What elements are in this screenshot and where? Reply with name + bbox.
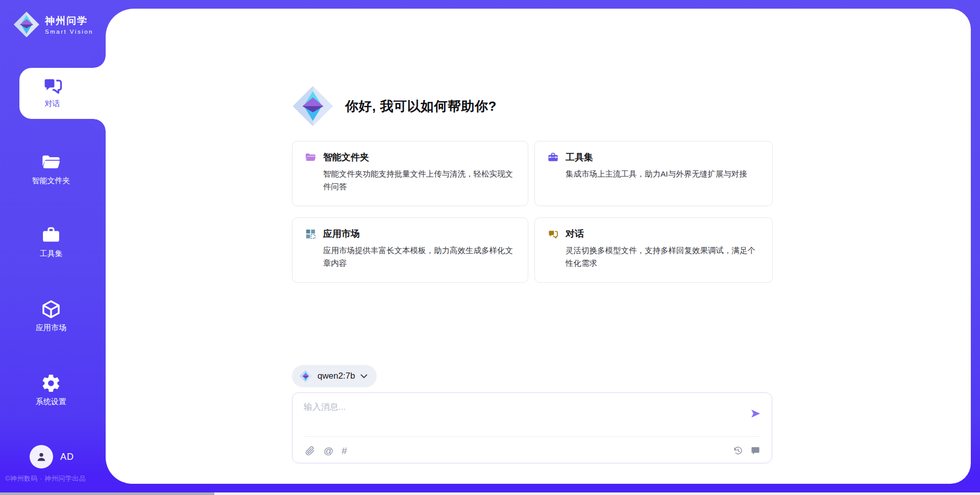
horizontal-scrollbar-thumb[interactable] xyxy=(0,492,214,495)
card-toolset[interactable]: 工具集 集成市场上主流工具，助力AI与外界无缝扩展与对接 xyxy=(534,141,773,206)
active-tab-fillet-top xyxy=(93,56,106,68)
card-title: 工具集 xyxy=(566,151,593,163)
model-selector[interactable]: qwen2:7b xyxy=(292,365,377,387)
message-composer: @ # xyxy=(292,392,772,463)
feature-cards: 智能文件夹 智能文件夹功能支持批量文件上传与清洗，轻松实现文件问答 工具集 集成… xyxy=(292,141,773,283)
horizontal-scrollbar[interactable] xyxy=(0,492,980,495)
attach-icon[interactable] xyxy=(305,445,315,456)
card-chat[interactable]: 对话 灵活切换多模型文件，支持多样回复效果调试，满足个性化需求 xyxy=(534,217,773,283)
sidebar: 神州问学 Smart Vision 对话 智能文件夹 工具集 应用市场 系统设置… xyxy=(0,0,106,495)
sidebar-footer-text: ©神州数码 · 神州问学出品 xyxy=(5,474,86,483)
sidebar-item-label: 应用市场 xyxy=(36,323,66,333)
card-description: 灵活切换多模型文件，支持多样回复效果调试，满足个性化需求 xyxy=(566,244,760,270)
avatar xyxy=(30,445,53,468)
brand: 神州问学 Smart Vision xyxy=(13,11,93,38)
greeting-title: 你好, 我可以如何帮助你? xyxy=(345,97,497,115)
mention-icon[interactable]: @ xyxy=(324,445,333,456)
toolbox-icon xyxy=(547,152,559,163)
user-avatar-icon xyxy=(35,450,48,463)
history-icon[interactable] xyxy=(733,445,743,456)
folder-icon xyxy=(305,152,316,163)
card-description: 集成市场上主流工具，助力AI与外界无缝扩展与对接 xyxy=(566,168,760,181)
cube-icon xyxy=(41,299,61,319)
chevron-down-icon xyxy=(360,374,368,379)
user-name: AD xyxy=(60,452,74,462)
toolbox-icon xyxy=(41,225,61,245)
sidebar-item-label: 智能文件夹 xyxy=(32,176,70,186)
active-tab-fillet-bottom xyxy=(93,119,106,131)
card-title: 对话 xyxy=(566,228,584,240)
sidebar-item-smart-folder[interactable]: 智能文件夹 xyxy=(10,152,92,186)
chat-icon xyxy=(547,228,559,240)
send-icon[interactable] xyxy=(750,408,762,419)
composer-divider xyxy=(304,436,761,437)
sidebar-item-label: 工具集 xyxy=(40,249,63,259)
gear-icon xyxy=(41,373,61,393)
hashtag-icon[interactable]: # xyxy=(341,445,347,456)
card-app-market[interactable]: 应用市场 应用市场提供丰富长文本模板，助力高效生成多样化文章内容 xyxy=(292,217,528,283)
sidebar-item-settings[interactable]: 系统设置 xyxy=(10,373,92,407)
card-title: 应用市场 xyxy=(323,228,360,240)
feedback-icon[interactable] xyxy=(750,445,761,456)
card-description: 智能文件夹功能支持批量文件上传与清洗，轻松实现文件问答 xyxy=(323,168,516,193)
card-title: 智能文件夹 xyxy=(323,151,369,163)
brand-subtitle: Smart Vision xyxy=(45,29,93,35)
sidebar-item-label: 对话 xyxy=(45,99,60,109)
sidebar-item-label: 系统设置 xyxy=(36,397,66,407)
message-input[interactable] xyxy=(304,401,741,432)
sidebar-item-toolset[interactable]: 工具集 xyxy=(10,225,92,259)
card-smart-folder[interactable]: 智能文件夹 智能文件夹功能支持批量文件上传与清洗，轻松实现文件问答 xyxy=(292,141,528,206)
sidebar-item-app-market[interactable]: 应用市场 xyxy=(10,299,92,333)
brand-name: 神州问学 xyxy=(45,14,93,28)
model-name: qwen2:7b xyxy=(317,371,355,381)
user-account[interactable]: AD xyxy=(30,445,74,468)
greeting: 你好, 我可以如何帮助你? xyxy=(292,85,497,127)
card-description: 应用市场提供丰富长文本模板，助力高效生成多样化文章内容 xyxy=(323,244,516,270)
model-diamond-logo-icon xyxy=(299,369,312,383)
brand-diamond-logo-icon xyxy=(13,11,40,38)
sidebar-item-chat[interactable]: 对话 xyxy=(19,68,106,119)
greeting-diamond-logo-icon xyxy=(292,85,334,127)
chat-icon xyxy=(41,74,64,96)
main-panel: 你好, 我可以如何帮助你? 智能文件夹 智能文件夹功能支持批量文件上传与清洗，轻… xyxy=(106,9,971,484)
folder-icon xyxy=(41,152,61,172)
grid-icon xyxy=(305,228,316,240)
